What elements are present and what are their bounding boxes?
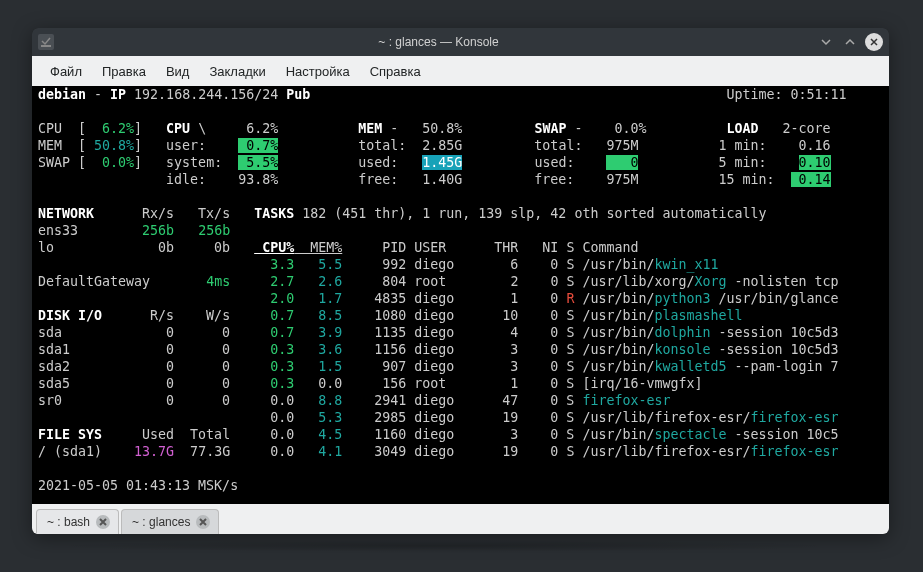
close-button[interactable] <box>865 33 883 51</box>
menu-edit[interactable]: Правка <box>92 60 156 83</box>
app-icon <box>38 34 54 50</box>
menu-bookmarks[interactable]: Закладки <box>199 60 275 83</box>
menu-settings[interactable]: Настройка <box>276 60 360 83</box>
svg-rect-0 <box>41 45 51 47</box>
terminal-window: ~ : glances — Konsole Файл Правка Вид За… <box>32 28 889 534</box>
minimize-button[interactable] <box>817 33 835 51</box>
tab-label: ~ : bash <box>47 515 90 529</box>
tab-close-icon[interactable] <box>96 515 110 529</box>
menu-help[interactable]: Справка <box>360 60 431 83</box>
window-title: ~ : glances — Konsole <box>60 35 817 49</box>
menu-view[interactable]: Вид <box>156 60 200 83</box>
tab-bash[interactable]: ~ : bash <box>36 509 119 534</box>
terminal-content[interactable]: debian - IP 192.168.244.156/24 Pub Uptim… <box>32 86 889 504</box>
maximize-button[interactable] <box>841 33 859 51</box>
tabbar: ~ : bash ~ : glances <box>32 504 889 534</box>
tab-glances[interactable]: ~ : glances <box>121 509 219 534</box>
menubar: Файл Правка Вид Закладки Настройка Справ… <box>32 56 889 86</box>
tab-close-icon[interactable] <box>196 515 210 529</box>
titlebar[interactable]: ~ : glances — Konsole <box>32 28 889 56</box>
tab-label: ~ : glances <box>132 515 190 529</box>
menu-file[interactable]: Файл <box>40 60 92 83</box>
